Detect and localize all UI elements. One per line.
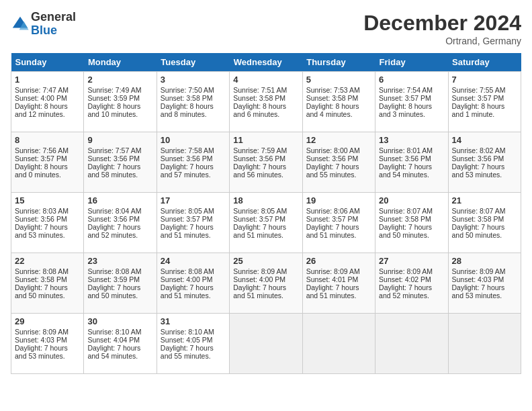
sunset-text: Sunset: 4:03 PM xyxy=(15,336,67,344)
day-number: 6 xyxy=(379,75,444,85)
calendar-table: SundayMondayTuesdayWednesdayThursdayFrid… xyxy=(11,53,521,374)
daylight-text: Daylight: 7 hours and 53 minutes. xyxy=(452,163,505,179)
sunset-text: Sunset: 3:57 PM xyxy=(161,215,213,223)
daylight-text: Daylight: 7 hours and 50 minutes. xyxy=(15,283,68,300)
calendar-cell: 18Sunrise: 8:05 AMSunset: 3:57 PMDayligh… xyxy=(230,193,302,253)
day-number: 25 xyxy=(233,256,298,266)
daylight-text: Daylight: 7 hours and 55 minutes. xyxy=(306,163,359,179)
sunrise-text: Sunrise: 8:09 AM xyxy=(452,267,506,275)
sunset-text: Sunset: 3:59 PM xyxy=(87,275,140,283)
logo-icon xyxy=(11,15,30,34)
daylight-text: Daylight: 8 hours and 1 minute. xyxy=(452,102,505,118)
day-number: 8 xyxy=(15,135,80,145)
sunset-text: Sunset: 3:58 PM xyxy=(306,94,359,102)
daylight-text: Daylight: 7 hours and 51 minutes. xyxy=(161,283,214,300)
day-number: 18 xyxy=(233,195,298,205)
sunset-text: Sunset: 4:03 PM xyxy=(452,275,504,283)
sunset-text: Sunset: 3:59 PM xyxy=(87,94,140,102)
sunrise-text: Sunrise: 8:05 AM xyxy=(233,207,287,215)
calendar-cell: 12Sunrise: 8:00 AMSunset: 3:56 PMDayligh… xyxy=(302,132,375,193)
calendar-cell: 25Sunrise: 8:09 AMSunset: 4:00 PMDayligh… xyxy=(230,253,302,314)
daylight-text: Daylight: 7 hours and 51 minutes. xyxy=(233,283,286,300)
sunrise-text: Sunrise: 8:09 AM xyxy=(379,267,433,275)
sunrise-text: Sunrise: 8:05 AM xyxy=(161,207,214,215)
page-header: General Blue December 2024 Ortrand, Germ… xyxy=(11,11,521,46)
day-of-week-header: Tuesday xyxy=(157,53,229,72)
sunrise-text: Sunrise: 7:59 AM xyxy=(233,146,287,154)
day-number: 29 xyxy=(15,316,80,326)
daylight-text: Daylight: 7 hours and 55 minutes. xyxy=(161,344,214,360)
daylight-text: Daylight: 7 hours and 56 minutes. xyxy=(233,163,286,179)
sunset-text: Sunset: 3:56 PM xyxy=(306,154,359,163)
logo: General Blue xyxy=(11,11,76,38)
calendar-cell: 1Sunrise: 7:47 AMSunset: 4:00 PMDaylight… xyxy=(11,72,84,132)
sunrise-text: Sunrise: 8:08 AM xyxy=(15,267,69,275)
sunset-text: Sunset: 4:00 PM xyxy=(233,275,285,283)
calendar-cell: 4Sunrise: 7:51 AMSunset: 3:58 PMDaylight… xyxy=(230,72,302,132)
sunrise-text: Sunrise: 8:01 AM xyxy=(379,146,433,154)
sunrise-text: Sunrise: 7:50 AM xyxy=(161,86,214,94)
daylight-text: Daylight: 7 hours and 52 minutes. xyxy=(87,223,140,239)
calendar-cell xyxy=(230,314,302,374)
calendar-cell: 13Sunrise: 8:01 AMSunset: 3:56 PMDayligh… xyxy=(375,132,448,193)
calendar-cell: 3Sunrise: 7:50 AMSunset: 3:58 PMDaylight… xyxy=(157,72,229,132)
sunrise-text: Sunrise: 8:06 AM xyxy=(306,207,360,215)
sunset-text: Sunset: 4:00 PM xyxy=(15,94,67,102)
calendar-cell: 30Sunrise: 8:10 AMSunset: 4:04 PMDayligh… xyxy=(84,314,157,374)
sunrise-text: Sunrise: 8:08 AM xyxy=(87,267,141,275)
daylight-text: Daylight: 7 hours and 57 minutes. xyxy=(161,163,214,179)
calendar-cell: 15Sunrise: 8:03 AMSunset: 3:56 PMDayligh… xyxy=(11,193,84,253)
day-number: 5 xyxy=(306,75,371,85)
sunrise-text: Sunrise: 7:54 AM xyxy=(379,86,433,94)
sunrise-text: Sunrise: 7:47 AM xyxy=(15,86,69,94)
day-number: 12 xyxy=(306,135,371,145)
sunrise-text: Sunrise: 7:49 AM xyxy=(87,86,141,94)
day-of-week-header: Monday xyxy=(84,53,157,72)
daylight-text: Daylight: 8 hours and 0 minutes. xyxy=(15,163,68,179)
day-number: 19 xyxy=(306,195,371,205)
sunrise-text: Sunrise: 7:51 AM xyxy=(233,86,287,94)
sunrise-text: Sunrise: 8:03 AM xyxy=(15,207,69,215)
calendar-header-row: SundayMondayTuesdayWednesdayThursdayFrid… xyxy=(11,53,521,72)
sunrise-text: Sunrise: 8:07 AM xyxy=(452,207,506,215)
sunset-text: Sunset: 3:56 PM xyxy=(161,154,213,163)
sunrise-text: Sunrise: 7:55 AM xyxy=(452,86,506,94)
daylight-text: Daylight: 7 hours and 53 minutes. xyxy=(452,283,505,300)
calendar-cell: 26Sunrise: 8:09 AMSunset: 4:01 PMDayligh… xyxy=(302,253,375,314)
daylight-text: Daylight: 7 hours and 51 minutes. xyxy=(161,223,214,239)
day-number: 7 xyxy=(452,75,517,85)
sunset-text: Sunset: 3:57 PM xyxy=(233,215,285,223)
day-number: 20 xyxy=(379,195,444,205)
calendar-cell: 14Sunrise: 8:02 AMSunset: 3:56 PMDayligh… xyxy=(448,132,521,193)
calendar-cell: 23Sunrise: 8:08 AMSunset: 3:59 PMDayligh… xyxy=(84,253,157,314)
day-of-week-header: Thursday xyxy=(302,53,375,72)
sunrise-text: Sunrise: 8:00 AM xyxy=(306,146,360,154)
day-number: 17 xyxy=(161,195,226,205)
daylight-text: Daylight: 8 hours and 8 minutes. xyxy=(161,102,214,118)
daylight-text: Daylight: 8 hours and 12 minutes. xyxy=(15,102,68,118)
sunset-text: Sunset: 3:58 PM xyxy=(15,275,67,283)
day-of-week-header: Saturday xyxy=(448,53,521,72)
sunset-text: Sunset: 4:04 PM xyxy=(87,336,140,344)
logo-line2: Blue xyxy=(31,24,76,38)
sunrise-text: Sunrise: 8:10 AM xyxy=(87,328,141,336)
day-number: 30 xyxy=(87,316,152,326)
sunrise-text: Sunrise: 7:58 AM xyxy=(161,146,214,154)
calendar-cell: 20Sunrise: 8:07 AMSunset: 3:58 PMDayligh… xyxy=(375,193,448,253)
daylight-text: Daylight: 7 hours and 50 minutes. xyxy=(87,283,140,300)
sunset-text: Sunset: 4:05 PM xyxy=(161,336,213,344)
daylight-text: Daylight: 7 hours and 50 minutes. xyxy=(452,223,505,239)
sunset-text: Sunset: 3:56 PM xyxy=(452,154,504,163)
day-number: 22 xyxy=(15,256,80,266)
day-number: 13 xyxy=(379,135,444,145)
sunset-text: Sunset: 3:57 PM xyxy=(306,215,359,223)
daylight-text: Daylight: 8 hours and 4 minutes. xyxy=(306,102,359,118)
sunrise-text: Sunrise: 7:56 AM xyxy=(15,146,69,154)
day-number: 15 xyxy=(15,195,80,205)
calendar-cell: 5Sunrise: 7:53 AMSunset: 3:58 PMDaylight… xyxy=(302,72,375,132)
day-number: 10 xyxy=(161,135,226,145)
sunset-text: Sunset: 4:02 PM xyxy=(379,275,431,283)
sunset-text: Sunset: 4:01 PM xyxy=(306,275,359,283)
daylight-text: Daylight: 7 hours and 53 minutes. xyxy=(15,344,68,360)
day-of-week-header: Sunday xyxy=(11,53,84,72)
